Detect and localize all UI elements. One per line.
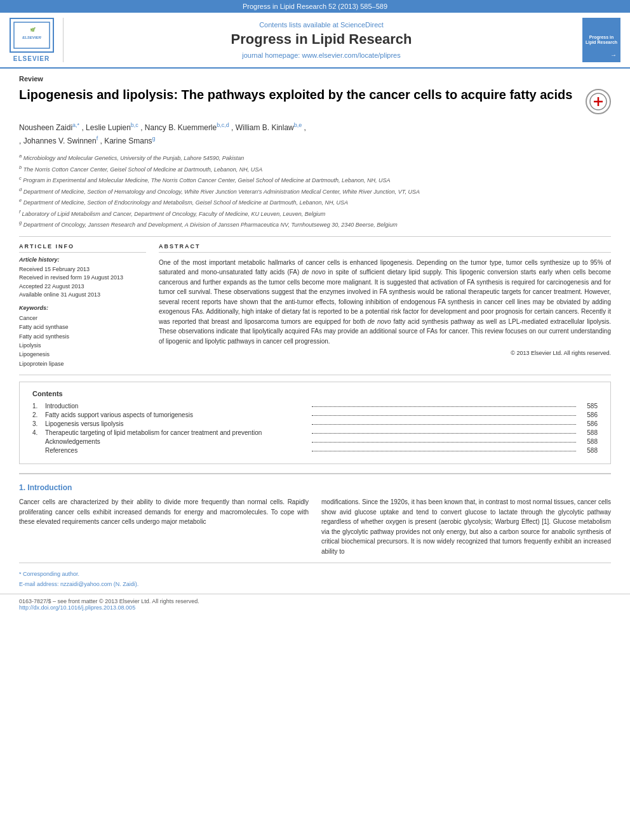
separator-line <box>19 236 611 237</box>
table-row: 3. Lipogenesis versus lipolysis 586 <box>32 420 598 427</box>
elsevier-label: ELSEVIER <box>13 55 50 62</box>
journal-reference: Progress in Lipid Research 52 (2013) 585… <box>243 3 387 10</box>
table-row: 1. Introduction 585 <box>32 403 598 410</box>
contents-label: References <box>45 447 309 454</box>
contents-page: 586 <box>579 420 598 427</box>
contents-page: 588 <box>579 438 598 445</box>
keyword-item: Lipolysis <box>19 341 146 350</box>
contents-num: 2. <box>32 411 45 418</box>
contents-dots <box>312 442 576 443</box>
elsevier-logo-area: 🌿 ELSEVIER ELSEVIER <box>6 18 64 62</box>
contents-dots <box>312 406 576 407</box>
article-history: Article history: Received 15 February 20… <box>19 257 146 300</box>
keywords-section: Keywords: CancerFatty acid synthaseFatty… <box>19 305 146 368</box>
keyword-item: Lipoprotein lipase <box>19 359 146 368</box>
article-info-panel: ARTICLE INFO Article history: Received 1… <box>19 243 146 368</box>
introduction-heading: 1. Introduction <box>19 483 611 492</box>
contents-page: 588 <box>579 429 598 436</box>
elsevier-logo-box: 🌿 ELSEVIER <box>10 18 54 53</box>
contents-label: Fatty acids support various aspects of t… <box>45 411 309 418</box>
contents-page: 586 <box>579 411 598 418</box>
affiliation-item: d Department of Medicine, Section of Hem… <box>19 186 611 197</box>
contents-table: 1. Introduction 585 2. Fatty acids suppo… <box>32 403 598 454</box>
copyright-line: © 2013 Elsevier Ltd. All rights reserved… <box>159 350 611 356</box>
introduction-body: Cancer cells are characterized by their … <box>19 497 611 556</box>
article-info-title: ARTICLE INFO <box>19 243 146 253</box>
abstract-panel: ABSTRACT One of the most important metab… <box>159 243 611 368</box>
intro-col-1: Cancer cells are characterized by their … <box>19 497 309 556</box>
affiliation-item: e Department of Medicine, Section of End… <box>19 197 611 208</box>
contents-label: Therapeutic targeting of lipid metabolis… <box>45 429 309 436</box>
accepted-date: Accepted 22 August 2013 <box>19 283 146 291</box>
available-date: Available online 31 August 2013 <box>19 291 146 300</box>
table-row: References 588 <box>32 447 598 454</box>
affiliations-section: a Microbiology and Molecular Genetics, U… <box>19 152 611 230</box>
article-title-area: Lipogenesis and lipolysis: The pathways … <box>19 86 611 114</box>
contents-title: Contents <box>32 390 598 397</box>
received-date: Received 15 February 2013 <box>19 265 146 274</box>
journal-title: Progress in Lipid Research <box>70 31 573 48</box>
affiliation-item: c Program in Experimental and Molecular … <box>19 175 611 185</box>
contents-label: Lipogenesis versus lipolysis <box>45 420 309 427</box>
contents-dots <box>312 433 576 434</box>
svg-text:ELSEVIER: ELSEVIER <box>22 36 41 39</box>
section-divider <box>19 473 611 474</box>
affiliation-item: b The Norris Cotton Cancer Center, Geise… <box>19 164 611 175</box>
journal-logo-box: Progress in Lipid Research <box>579 18 624 62</box>
contents-num: 1. <box>32 403 45 410</box>
keyword-item: Fatty acid synthase <box>19 323 146 331</box>
contents-num: 3. <box>32 420 45 427</box>
article-info-abstract: ARTICLE INFO Article history: Received 1… <box>19 243 611 368</box>
keywords-title: Keywords: <box>19 305 146 311</box>
intro-col-2: modifications. Since the 1920s, it has b… <box>321 497 611 556</box>
contents-available-line: Contents lists available at ScienceDirec… <box>70 21 573 29</box>
article-title-text: Lipogenesis and lipolysis: The pathways … <box>19 88 572 102</box>
journal-logo: Progress in Lipid Research <box>582 18 620 62</box>
contents-section: Contents 1. Introduction 585 2. Fatty ac… <box>19 382 611 464</box>
separator-line-2 <box>19 375 611 375</box>
main-content: Review Lipogenesis and lipolysis: The pa… <box>0 69 630 594</box>
bottom-doi[interactable]: http://dx.doi.org/10.1016/j.plipres.2013… <box>19 604 611 611</box>
email-link[interactable]: nzzaidi@yahoo.com <box>60 581 112 587</box>
affiliation-item: g Department of Oncology, Janssen Resear… <box>19 219 611 230</box>
keyword-item: Cancer <box>19 314 146 323</box>
contents-dots <box>312 415 576 416</box>
journal-header: 🌿 ELSEVIER ELSEVIER Contents lists avail… <box>0 13 630 69</box>
table-row: 4. Therapeutic targeting of lipid metabo… <box>32 429 598 436</box>
keyword-item: Lipogenesis <box>19 350 146 359</box>
contents-num: 4. <box>32 429 45 436</box>
table-row: 2. Fatty acids support various aspects o… <box>32 411 598 418</box>
affiliation-item: a Microbiology and Molecular Genetics, U… <box>19 152 611 163</box>
doi-link[interactable]: http://dx.doi.org/10.1016/j.plipres.2013… <box>19 604 135 611</box>
contents-dots <box>312 451 576 451</box>
sciencedirect-link[interactable]: ScienceDirect <box>340 21 384 29</box>
table-row: Acknowledgements 588 <box>32 438 598 445</box>
contents-page: 585 <box>579 403 598 410</box>
corresp-note: * Corresponding author. <box>19 571 611 577</box>
contents-label: Acknowledgements <box>45 438 309 445</box>
keyword-item: Fatty acid synthesis <box>19 332 146 341</box>
footnote-section: * Corresponding author. E-mail address: … <box>19 563 611 587</box>
affiliation-item: f Laboratory of Lipid Metabolism and Can… <box>19 208 611 219</box>
svg-text:🌿: 🌿 <box>29 27 35 32</box>
authors-line: Nousheen Zaidia,* , Leslie Lupienb,c , N… <box>19 121 611 147</box>
crossmark-icon[interactable] <box>586 89 611 114</box>
email-note: E-mail address: nzzaidi@yahoo.com (N. Za… <box>19 581 611 587</box>
bottom-bar: 0163-7827/$ – see front matter © 2013 El… <box>0 594 630 615</box>
journal-homepage: journal homepage: www.elsevier.com/locat… <box>70 51 573 59</box>
journal-reference-bar: Progress in Lipid Research 52 (2013) 585… <box>0 0 630 13</box>
revised-date: Received in revised form 19 August 2013 <box>19 274 146 283</box>
history-title: Article history: <box>19 257 146 263</box>
contents-dots <box>312 424 576 425</box>
bottom-copyright: 0163-7827/$ – see front matter © 2013 El… <box>19 598 611 604</box>
contents-page: 588 <box>579 447 598 454</box>
journal-title-area: Contents lists available at ScienceDirec… <box>70 18 573 62</box>
article-section-label: Review <box>19 75 611 83</box>
abstract-text: One of the most important metabolic hall… <box>159 258 611 347</box>
keywords-list: CancerFatty acid synthaseFatty acid synt… <box>19 314 146 368</box>
contents-label: Introduction <box>45 403 309 410</box>
abstract-title: ABSTRACT <box>159 243 611 253</box>
